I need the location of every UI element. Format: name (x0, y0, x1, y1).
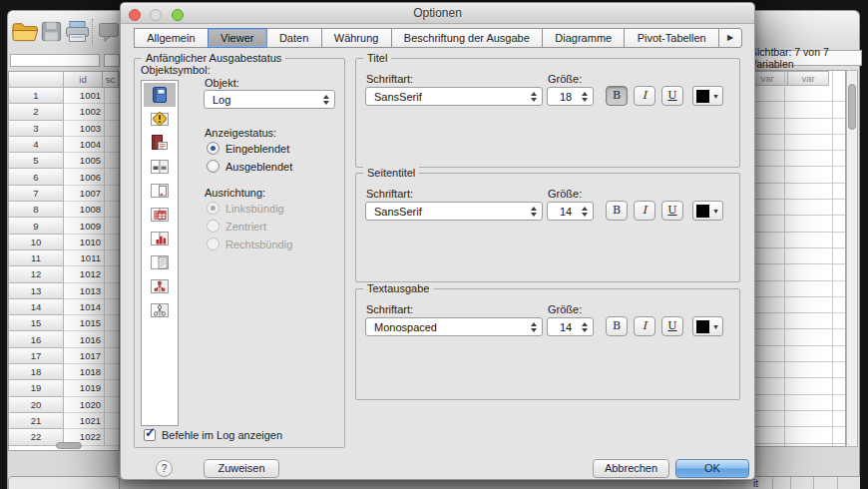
id-cell[interactable]: 1004 (64, 137, 104, 153)
partial-cell[interactable] (104, 169, 119, 185)
underline-button[interactable]: U (661, 316, 683, 336)
options-tab[interactable]: Diagramme (542, 28, 625, 48)
partial-cell[interactable] (104, 413, 119, 429)
partial-cell[interactable] (104, 348, 119, 364)
id-cell[interactable]: 1015 (64, 315, 104, 331)
options-tab[interactable]: Viewer (208, 28, 267, 48)
partial-cell[interactable] (104, 364, 119, 380)
radio-button-icon[interactable] (207, 142, 219, 155)
radio-button-icon[interactable] (207, 160, 219, 173)
partial-cell[interactable] (104, 299, 119, 315)
row-number-cell[interactable]: 4 (8, 136, 64, 153)
corner-header-cell[interactable] (8, 71, 64, 88)
row-number-cell[interactable]: 9 (8, 217, 64, 234)
page-title-icon[interactable] (144, 179, 176, 203)
cancel-button[interactable]: Abbrechen (593, 459, 669, 478)
id-cell[interactable]: 1011 (64, 250, 104, 266)
partial-cell[interactable] (104, 186, 119, 202)
partial-cell[interactable] (104, 331, 119, 347)
save-icon[interactable] (40, 20, 63, 47)
text-color-well[interactable]: ▼ (692, 316, 723, 336)
bold-button[interactable]: B (606, 86, 628, 106)
id-cell[interactable]: 1017 (64, 348, 104, 364)
id-cell[interactable]: 1008 (64, 202, 104, 218)
row-number-cell[interactable]: 7 (8, 185, 64, 202)
horizontal-scrollbar-thumb[interactable] (56, 442, 82, 449)
underline-button[interactable]: U (661, 201, 683, 221)
font-family-select[interactable]: Monospaced (365, 317, 543, 336)
row-number-cell[interactable]: 16 (8, 330, 64, 347)
id-cell[interactable]: 1012 (64, 266, 104, 282)
tree-model-icon[interactable] (144, 274, 176, 298)
font-size-stepper[interactable]: 14 (547, 317, 594, 336)
object-select[interactable]: Log (204, 90, 335, 109)
partial-cell[interactable] (104, 153, 119, 169)
row-number-cell[interactable]: 12 (8, 265, 64, 282)
close-window-button[interactable] (129, 9, 141, 21)
minimize-window-button[interactable] (150, 9, 162, 21)
id-cell[interactable]: 1021 (64, 413, 104, 429)
row-number-cell[interactable]: 15 (8, 314, 64, 331)
checkbox-icon[interactable]: ✓ (144, 429, 156, 441)
ok-button[interactable]: OK (675, 459, 749, 478)
partial-cell[interactable] (104, 137, 119, 153)
chart-icon[interactable] (144, 227, 176, 250)
id-cell[interactable]: 1003 (64, 121, 104, 137)
open-folder-icon[interactable] (11, 19, 38, 48)
row-number-cell[interactable]: 3 (8, 120, 64, 137)
row-number-cell[interactable]: 19 (8, 379, 64, 396)
object-icon-list[interactable] (141, 80, 179, 426)
radio-shown[interactable]: Eingeblendet (207, 142, 289, 155)
notes-icon[interactable] (144, 131, 176, 155)
options-tab[interactable]: Allgemein (134, 28, 209, 48)
text-color-well[interactable]: ▼ (692, 86, 723, 106)
row-number-cell[interactable]: 1 (8, 87, 64, 104)
id-cell[interactable]: 1020 (64, 397, 104, 413)
print-icon[interactable] (64, 19, 91, 48)
partial-cell[interactable] (104, 218, 119, 234)
row-number-cell[interactable]: 17 (8, 347, 64, 364)
row-number-cell[interactable]: 11 (8, 249, 64, 266)
id-cell[interactable]: 1009 (64, 218, 104, 234)
partial-cell[interactable] (104, 429, 119, 445)
id-cell[interactable]: 1014 (64, 299, 104, 315)
partial-cell[interactable] (104, 121, 119, 137)
partial-cell[interactable] (104, 380, 119, 396)
italic-button[interactable]: I (634, 316, 655, 336)
partial-cell[interactable] (104, 104, 119, 120)
row-number-cell[interactable]: 5 (8, 152, 64, 169)
font-size-stepper[interactable]: 14 (547, 202, 594, 221)
vertical-scrollbar-track[interactable] (846, 70, 858, 447)
pivot-table-icon[interactable] (144, 203, 176, 227)
partial-cell[interactable] (104, 283, 119, 299)
partial-cell[interactable] (104, 315, 119, 331)
row-number-cell[interactable]: 6 (8, 168, 64, 185)
partial-cell[interactable] (104, 266, 119, 282)
text-color-well[interactable]: ▼ (692, 201, 723, 221)
row-number-cell[interactable]: 2 (8, 103, 64, 120)
id-cell[interactable]: 1019 (64, 380, 104, 396)
font-family-select[interactable]: SansSerif (365, 202, 543, 221)
id-cell[interactable]: 1001 (64, 88, 104, 104)
options-tab[interactable]: Pivot-Tabellen (624, 28, 719, 48)
bold-button[interactable]: B (606, 201, 628, 221)
italic-button[interactable]: I (634, 201, 655, 221)
log-icon[interactable] (144, 83, 176, 107)
row-number-cell[interactable]: 10 (8, 234, 64, 250)
show-commands-checkbox-row[interactable]: ✓ Befehle im Log anzeigen (144, 429, 282, 441)
row-number-cell[interactable]: 21 (8, 412, 64, 429)
recall-dialog-icon[interactable] (97, 20, 121, 47)
font-family-select[interactable]: SansSerif (365, 87, 543, 106)
row-number-cell[interactable]: 14 (8, 298, 64, 315)
zoom-window-button[interactable] (172, 9, 184, 21)
bold-button[interactable]: B (606, 316, 628, 336)
id-cell[interactable]: 1010 (64, 235, 104, 250)
partial-cell[interactable] (104, 202, 119, 218)
dialog-titlebar[interactable]: Optionen (121, 3, 754, 24)
partial-cell[interactable] (104, 88, 119, 104)
column-header-id[interactable]: id (63, 71, 103, 88)
cell-editor-field[interactable] (104, 54, 120, 67)
apply-button[interactable]: Zuweisen (204, 459, 279, 478)
underline-button[interactable]: U (661, 86, 683, 106)
options-tab[interactable]: Beschriftung der Ausgabe (391, 28, 543, 48)
